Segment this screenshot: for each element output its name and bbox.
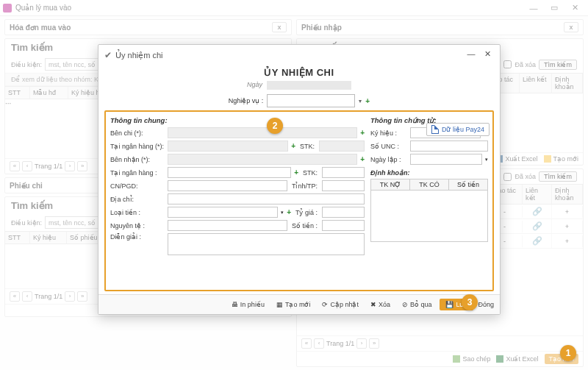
nguyente-label: Nguyên tệ : (110, 222, 165, 230)
modal-close-button[interactable]: ✕ (481, 49, 494, 61)
check-icon: ✔ (104, 50, 112, 60)
dropdown-icon[interactable]: ▾ (359, 98, 362, 104)
stk2-label: STK: (301, 169, 319, 177)
ngaylap-label: Ngày lập : (370, 156, 407, 163)
callout-2: 2 (267, 118, 283, 134)
sounc-field[interactable] (410, 140, 488, 152)
date-label: Ngày (247, 81, 262, 90)
add-button[interactable]: + (360, 155, 365, 163)
modal-close-footer-button[interactable]: Đóng (478, 301, 494, 308)
nghiepvu-label: Nghiệp vụ : (229, 97, 264, 104)
stk-field[interactable] (319, 140, 365, 152)
trash-icon: ✖ (370, 301, 376, 308)
skip-button[interactable]: ⊘Bỏ qua (398, 299, 436, 310)
update-button[interactable]: ⟳Cập nhật (318, 299, 362, 310)
modal-minimize-button[interactable]: — (465, 49, 478, 61)
account-table-body[interactable] (370, 191, 488, 242)
col-tkno[interactable]: TK NỢ (371, 179, 410, 190)
add-button[interactable]: + (360, 129, 365, 137)
add-button[interactable]: + (291, 142, 295, 150)
print-button[interactable]: 🖶In phiếu (228, 299, 268, 310)
benchi-field[interactable] (168, 127, 357, 138)
dinhkhoan-label: Định khoản: (370, 169, 488, 177)
new-icon: ▦ (276, 301, 283, 308)
col-sotien[interactable]: Số tiền (449, 179, 487, 190)
loaitien-field[interactable] (168, 207, 278, 218)
benchi-label: Bên chi (*): (110, 129, 165, 137)
sounc-label: Số UNC : (370, 143, 407, 150)
save-icon: 💾 (445, 301, 453, 308)
ngaylap-field[interactable] (410, 154, 482, 165)
tinhtp-field[interactable] (322, 180, 365, 191)
stk2-field[interactable] (322, 167, 365, 178)
modal-new-button[interactable]: ▦Tạo mới (273, 299, 315, 310)
dropdown-icon[interactable]: ▾ (485, 157, 488, 163)
stk-label: STK: (298, 143, 316, 150)
account-table-head: TK NỢ TK CÓ Số tiền (370, 179, 488, 191)
modal-subtitle: Ủy nhiệm chi (115, 51, 163, 60)
diengiai-field[interactable] (168, 233, 365, 255)
cnpgd-field[interactable] (168, 180, 287, 191)
delete-button[interactable]: ✖Xóa (367, 299, 394, 310)
callout-1: 1 (560, 345, 576, 361)
nguyente-field[interactable] (168, 220, 287, 231)
nganhang1-label: Tại ngân hàng (*): (110, 143, 165, 150)
sotien-label: Số tiền : (290, 222, 319, 230)
bennhan-field[interactable] (168, 154, 357, 165)
dropdown-icon[interactable]: ▾ (281, 210, 284, 216)
tinhtp-label: Tỉnh/TP: (290, 182, 319, 190)
diachi-label: Địa chỉ: (110, 196, 165, 203)
nganhang2-label: Tại ngân hàng : (110, 169, 165, 177)
tygia-label: Tỷ giá : (294, 209, 319, 216)
add-button[interactable]: + (294, 168, 298, 177)
modal-title: ỦY NHIỆM CHI (104, 65, 494, 79)
kyhieu-label: Ký hiệu : (370, 129, 407, 137)
diachi-field[interactable] (168, 193, 365, 204)
bennhan-label: Bên nhận (*): (110, 156, 165, 163)
refresh-icon: ⟳ (322, 301, 328, 308)
document-icon (431, 125, 439, 134)
nganhang2-field[interactable] (168, 167, 291, 178)
date-value-blank (267, 81, 351, 90)
tygia-field[interactable] (322, 207, 365, 218)
callout-3: 3 (462, 294, 478, 310)
nganhang1-field[interactable] (168, 140, 288, 152)
cnpgd-label: CN/PGD: (110, 182, 165, 190)
diengiai-label: Diễn giải : (110, 233, 165, 241)
nghiepvu-input[interactable] (267, 94, 355, 107)
payment-order-modal: ✔ Ủy nhiệm chi — ✕ ỦY NHIỆM CHI Ngày Ngh… (98, 44, 501, 315)
add-button[interactable]: + (287, 208, 291, 216)
skip-icon: ⊘ (402, 301, 408, 308)
loaitien-label: Loại tiền : (110, 209, 165, 216)
pay24-button[interactable]: Dữ liệu Pay24 (426, 123, 490, 136)
col-tkco[interactable]: TK CÓ (410, 179, 449, 190)
add-nghiepvu-button[interactable]: + (365, 97, 370, 105)
sotien-field[interactable] (322, 220, 365, 231)
printer-icon: 🖶 (232, 301, 238, 308)
section-title: Thông tin chung: (110, 116, 365, 124)
